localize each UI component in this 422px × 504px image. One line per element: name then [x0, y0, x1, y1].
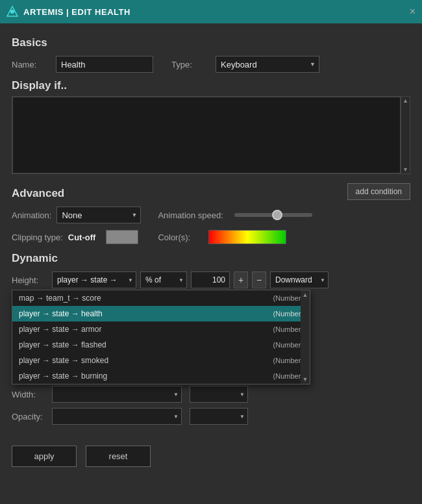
clipping-color-swatch[interactable] — [106, 230, 138, 244]
display-if-scrollbar: ▲ ▼ — [401, 97, 410, 173]
dropdown-item-4[interactable]: player → state → smoked (Number) — [12, 353, 310, 368]
display-if-section: Display if.. ▲ ▼ — [12, 79, 410, 174]
dropdown-item-1-path: player → state → health — [19, 309, 103, 318]
close-button[interactable]: × — [410, 6, 416, 17]
width-direction-wrapper[interactable] — [186, 386, 248, 403]
width-source-select[interactable] — [52, 386, 182, 403]
opacity-row: Opacity: — [12, 408, 410, 425]
height-source-select[interactable]: player → state → — [52, 271, 136, 288]
height-source-wrapper[interactable]: player → state → — [52, 271, 136, 288]
reset-button[interactable]: reset — [86, 446, 151, 467]
height-value-input[interactable] — [191, 271, 230, 288]
scrollbar-down-arrow[interactable]: ▼ — [403, 166, 408, 173]
dynamic-section: Dynamic Height: player → state → % of + … — [12, 252, 410, 425]
dropdown-item-3[interactable]: player → state → flashed (Number) — [12, 337, 310, 353]
scrollbar-up-arrow[interactable]: ▲ — [403, 97, 408, 104]
title-bar-left: ARTEMIS | EDIT HEALTH — [6, 6, 130, 18]
dropdown-item-2[interactable]: player → state → armor (Number) — [12, 321, 310, 337]
clipping-label: Clipping type: — [12, 233, 63, 242]
height-increment-button[interactable]: + — [234, 271, 248, 288]
animation-speed-slider[interactable] — [234, 213, 312, 217]
opacity-label: Opacity: — [12, 412, 48, 422]
height-type-select[interactable]: % of — [140, 271, 187, 288]
content-area: Basics Name: Type: Keyboard Mouse Contro… — [0, 23, 422, 504]
colors-label: Color(s): — [158, 233, 203, 242]
width-source-wrapper[interactable] — [52, 386, 182, 403]
dropdown-item-0-type: (Number) — [273, 294, 303, 302]
type-select[interactable]: Keyboard Mouse Controller — [216, 56, 319, 73]
height-decrement-button[interactable]: − — [252, 271, 266, 288]
animation-label: Animation: — [12, 210, 51, 220]
opacity-direction-select[interactable] — [190, 408, 248, 425]
height-source-dropdown: map → team_t → score (Number) player → s… — [12, 290, 310, 384]
width-label: Width: — [12, 390, 48, 399]
dropdown-item-4-path: player → state → smoked — [19, 356, 108, 365]
artemis-icon — [6, 6, 18, 18]
advanced-section: Advanced add condition Animation: None F… — [12, 183, 410, 244]
apply-button[interactable]: apply — [12, 446, 77, 467]
basics-title: Basics — [12, 36, 410, 49]
basics-section: Basics Name: Type: Keyboard Mouse Contro… — [12, 36, 410, 73]
type-label: Type: — [171, 60, 210, 69]
clipping-value: Cut-off — [68, 233, 96, 242]
slider-thumb[interactable] — [272, 210, 282, 220]
height-row: Height: player → state → % of + − Downwa… — [12, 271, 410, 288]
display-if-area: ▲ ▼ — [12, 96, 410, 174]
name-row: Name: Type: Keyboard Mouse Controller — [12, 56, 410, 73]
title-bar: ARTEMIS | EDIT HEALTH × — [0, 0, 422, 23]
dropdown-item-5-type: (Number) — [273, 372, 303, 380]
height-direction-select[interactable]: Downwards — [270, 271, 329, 288]
clipping-row: Clipping type: Cut-off Color(s): — [12, 230, 410, 244]
dropdown-scrollbar: ▲ ▼ — [301, 290, 310, 384]
dropdown-item-5[interactable]: player → state → burning (Number) — [12, 368, 310, 384]
animation-row: Animation: None Fade Slide Animation spe… — [12, 207, 410, 223]
dropdown-item-0[interactable]: map → team_t → score (Number) — [12, 290, 310, 306]
color-bar[interactable] — [208, 230, 286, 244]
animation-select-wrapper[interactable]: None Fade Slide — [56, 207, 141, 223]
type-select-wrapper[interactable]: Keyboard Mouse Controller — [216, 56, 319, 73]
advanced-title: Advanced — [12, 187, 64, 200]
dynamic-title: Dynamic — [12, 252, 410, 265]
display-if-title: Display if.. — [12, 79, 410, 92]
dropdown-scroll-down[interactable]: ▼ — [301, 375, 310, 384]
dropdown-item-0-path: map → team_t → score — [19, 294, 101, 303]
opacity-source-wrapper[interactable] — [52, 408, 182, 425]
display-if-textarea[interactable] — [12, 97, 401, 173]
width-direction-select[interactable] — [190, 386, 248, 403]
name-input[interactable] — [56, 56, 153, 73]
name-label: Name: — [12, 60, 51, 69]
animation-speed-label: Animation speed: — [158, 210, 229, 220]
height-direction-wrapper[interactable]: Downwards — [270, 271, 329, 288]
title-text: ARTEMIS | EDIT HEALTH — [23, 7, 130, 17]
dropdown-item-4-type: (Number) — [273, 357, 303, 364]
height-type-wrapper[interactable]: % of — [140, 271, 187, 288]
dropdown-item-2-type: (Number) — [273, 325, 303, 333]
dropdown-item-5-path: player → state → burning — [19, 372, 107, 381]
svg-point-1 — [10, 10, 14, 14]
add-condition-button[interactable]: add condition — [347, 183, 410, 200]
opacity-direction-wrapper[interactable] — [186, 408, 248, 425]
dropdown-item-3-type: (Number) — [273, 341, 303, 349]
opacity-source-select[interactable] — [52, 408, 182, 425]
width-row: Width: — [12, 386, 410, 403]
dropdown-item-2-path: player → state → armor — [19, 325, 101, 334]
height-label: Height: — [12, 275, 48, 285]
advanced-header: Advanced add condition — [12, 183, 410, 200]
bottom-buttons: apply reset — [12, 438, 410, 467]
dropdown-item-1[interactable]: player → state → health (Number) — [12, 306, 310, 321]
dropdown-item-1-type: (Number) — [273, 310, 303, 318]
animation-select[interactable]: None Fade Slide — [56, 207, 141, 223]
dropdown-item-3-path: player → state → flashed — [19, 340, 106, 349]
dropdown-scroll-up[interactable]: ▲ — [301, 290, 310, 299]
